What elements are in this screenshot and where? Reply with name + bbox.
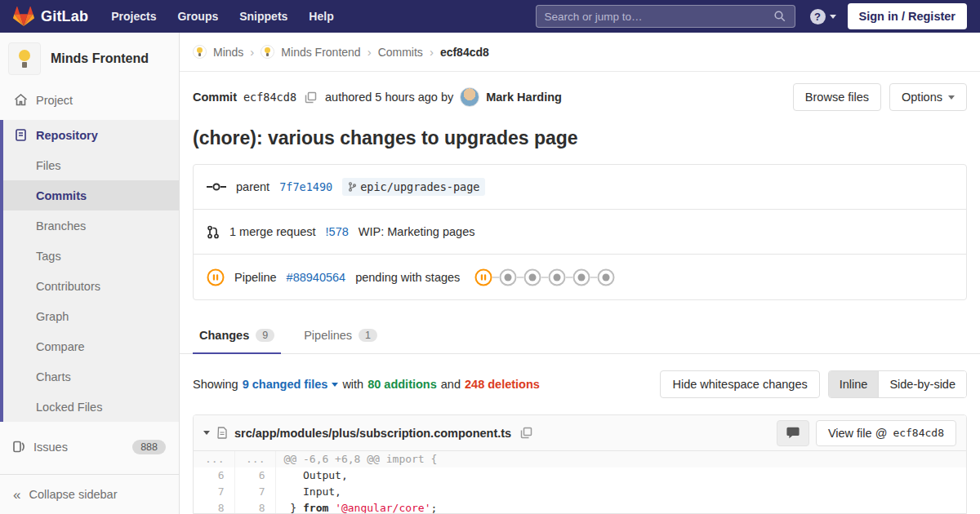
copy-path-button[interactable] xyxy=(519,425,534,441)
diff-new-line-number[interactable]: 7 xyxy=(234,484,275,500)
diff-new-line-number[interactable]: 8 xyxy=(234,500,275,514)
copy-sha-button[interactable] xyxy=(303,90,318,105)
commit-label: Commit xyxy=(193,91,237,104)
breadcrumb-item-minds-frontend[interactable]: Minds Frontend xyxy=(281,46,360,59)
sidebar-item-commits[interactable]: Commits xyxy=(3,180,179,210)
sidebar-item-files[interactable]: Files xyxy=(3,150,179,180)
pipeline-row: Pipeline #88940564 pending with stages xyxy=(194,255,966,299)
project-header[interactable]: Minds Frontend xyxy=(0,33,179,85)
collapse-sidebar-button[interactable]: « Collapse sidebar xyxy=(0,475,179,514)
stage-connector xyxy=(566,277,572,278)
help-menu[interactable]: ? xyxy=(810,9,836,24)
pipeline-label: Pipeline xyxy=(234,271,277,284)
tab-changes[interactable]: Changes9 xyxy=(193,320,281,354)
diff-line-row: 66 Output, xyxy=(194,467,966,484)
breadcrumb-avatar xyxy=(261,45,274,59)
authored-text: authored 5 hours ago by xyxy=(325,91,453,104)
sidebar-item-repository[interactable]: Repository xyxy=(3,120,179,150)
sign-in-register-button[interactable]: Sign in / Register xyxy=(848,3,967,29)
brand-name: GitLab xyxy=(41,8,88,25)
branch-ref-badge[interactable]: epic/upgrades-page xyxy=(342,178,485,196)
breadcrumb-item-minds[interactable]: Minds xyxy=(213,46,243,59)
breadcrumb-item-commits[interactable]: Commits xyxy=(378,46,423,59)
sidebar-item-label: Project xyxy=(36,94,73,107)
parent-sha-link[interactable]: 7f7e1490 xyxy=(279,180,332,193)
left-sidebar: Minds Frontend Project xyxy=(0,33,180,514)
diff-new-line-number[interactable]: 6 xyxy=(234,467,275,484)
view-file-label: View file @ xyxy=(828,427,887,440)
tab-count-badge: 9 xyxy=(256,329,274,342)
deletions-count: 248 deletions xyxy=(465,378,540,391)
diff-hunk-row: ......@@ -6,6 +6,8 @@ import { xyxy=(194,451,966,467)
sidebar-item-charts[interactable]: Charts xyxy=(3,361,179,392)
help-icon: ? xyxy=(810,9,826,24)
project-avatar xyxy=(8,42,41,75)
pipeline-stage-icon-created[interactable] xyxy=(572,268,590,286)
diff-old-line-number[interactable]: 8 xyxy=(194,500,234,514)
collapse-diff-icon[interactable] xyxy=(203,431,210,435)
merge-request-row: 1 merge request !578 WIP: Marketing page… xyxy=(194,210,966,255)
view-file-button[interactable]: View file @ ecf84cd8 xyxy=(816,420,956,446)
sidebar-item-locked-files[interactable]: Locked Files xyxy=(3,392,179,422)
mr-ref-link[interactable]: !578 xyxy=(326,225,349,238)
sidebar-item-project[interactable]: Project xyxy=(0,85,179,115)
sidebar-item-branches[interactable]: Branches xyxy=(3,210,179,241)
breadcrumb: Minds›Minds Frontend›Commits›ecf84cd8 xyxy=(180,33,980,72)
sidebar-item-contributors[interactable]: Contributors xyxy=(3,271,179,301)
nav-link-groups[interactable]: Groups xyxy=(177,10,218,23)
pipeline-stage-icon-created[interactable] xyxy=(499,268,517,286)
breadcrumb-separator: › xyxy=(250,45,254,59)
sidebar-item-compare[interactable]: Compare xyxy=(3,331,179,361)
diff-old-line-number[interactable]: ... xyxy=(194,451,234,467)
diff-view-toggle: Inline Side-by-side xyxy=(828,370,967,398)
file-comment-button[interactable] xyxy=(777,420,809,446)
comment-bubble-icon xyxy=(786,427,800,439)
issues-icon xyxy=(13,441,25,453)
showing-text: Showing xyxy=(193,378,238,391)
pipeline-id-link[interactable]: #88940564 xyxy=(287,271,346,284)
stage-connector xyxy=(517,277,523,278)
commit-node-icon xyxy=(207,182,226,192)
tab-pipelines[interactable]: Pipelines1 xyxy=(297,320,384,354)
file-path[interactable]: src/app/modules/plus/subscription.compon… xyxy=(234,427,511,440)
hide-whitespace-button[interactable]: Hide whitespace changes xyxy=(660,370,819,398)
gitlab-tanuki-icon xyxy=(13,7,34,26)
side-by-side-view-button[interactable]: Side-by-side xyxy=(878,371,966,397)
diff-old-line-number[interactable]: 7 xyxy=(194,484,234,500)
diff-summary-row: Showing 9 changed files with 80 addition… xyxy=(180,354,980,414)
breadcrumb-avatar xyxy=(193,45,207,59)
nav-link-help[interactable]: Help xyxy=(309,10,333,23)
pipeline-stage-icon-created[interactable] xyxy=(523,268,541,286)
sidebar-item-graph[interactable]: Graph xyxy=(3,301,179,331)
tab-label: Pipelines xyxy=(304,329,352,342)
file-icon xyxy=(217,427,227,439)
and-text: and xyxy=(441,378,461,391)
diff-table: ......@@ -6,6 +6,8 @@ import {66 Output,… xyxy=(194,451,966,514)
pipeline-stage-icon-created[interactable] xyxy=(548,268,566,286)
diff-line-row: 77 Input, xyxy=(194,484,966,500)
search-input[interactable] xyxy=(545,11,773,23)
options-dropdown-button[interactable]: Options xyxy=(889,83,967,111)
chevron-down-icon xyxy=(948,95,955,100)
inline-view-button[interactable]: Inline xyxy=(829,371,879,397)
diff-file-header: src/app/modules/plus/subscription.compon… xyxy=(194,415,966,451)
diff-new-line-number[interactable]: ... xyxy=(234,451,275,467)
pipeline-stage-icon-pending[interactable] xyxy=(474,268,492,286)
author-avatar[interactable] xyxy=(460,87,479,107)
pipeline-status-icon xyxy=(207,268,225,286)
sidebar-item-tags[interactable]: Tags xyxy=(3,241,179,271)
pipeline-stage-icon-created[interactable] xyxy=(597,268,615,286)
document-icon xyxy=(13,129,28,141)
additions-count: 80 additions xyxy=(368,378,437,391)
browse-files-button[interactable]: Browse files xyxy=(793,83,881,111)
diff-old-line-number[interactable]: 6 xyxy=(194,467,234,484)
nav-link-projects[interactable]: Projects xyxy=(111,10,156,23)
changed-files-dropdown[interactable]: 9 changed files xyxy=(243,378,339,391)
stage-connector xyxy=(541,277,548,278)
gitlab-home-link[interactable]: GitLab xyxy=(13,7,88,26)
options-label: Options xyxy=(902,91,942,104)
author-name[interactable]: Mark Harding xyxy=(486,91,562,104)
nav-link-snippets[interactable]: Snippets xyxy=(239,10,287,23)
collapse-icon: « xyxy=(13,488,20,502)
sidebar-item-issues[interactable]: Issues 888 xyxy=(0,432,179,462)
